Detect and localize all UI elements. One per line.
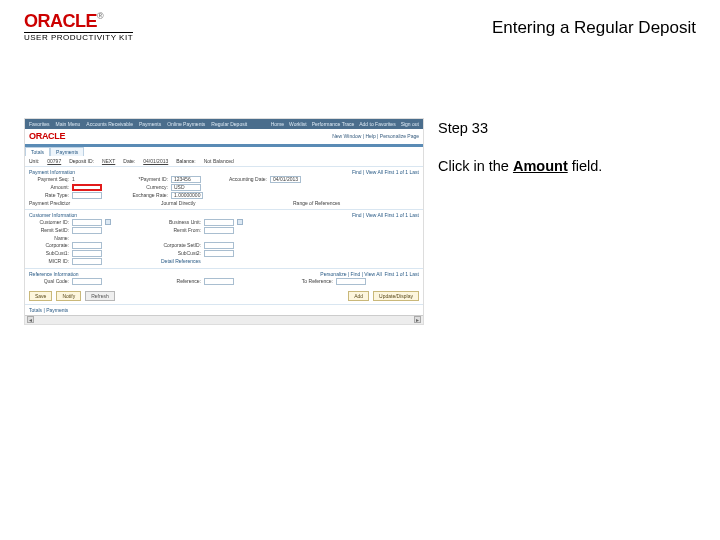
step-label: Step 33	[438, 120, 696, 136]
exchange-rate-label: Exchange Rate:	[128, 192, 168, 198]
breadcrumb-item: Regular Deposit	[211, 121, 247, 127]
footer-tabs-link[interactable]: Totals | Payments	[29, 307, 68, 313]
accounting-date-label: Accounting Date:	[227, 176, 267, 182]
save-button[interactable]: Save	[29, 291, 52, 301]
currency-input[interactable]: USD	[171, 184, 201, 191]
notify-button[interactable]: Notify	[56, 291, 81, 301]
instruction-text: Click in the Amount field.	[438, 158, 696, 174]
breadcrumb-item: Accounts Receivable	[86, 121, 133, 127]
scroll-left-icon[interactable]: ◄	[27, 316, 34, 323]
unit-label: Unit:	[29, 158, 39, 164]
instruction-field-name: Amount	[513, 158, 568, 174]
customer-name-label: Name:	[29, 235, 69, 241]
rate-type-label: Rate Type:	[29, 192, 69, 198]
deposit-id-label: Deposit ID:	[69, 158, 94, 164]
instruction-prefix: Click in the	[438, 158, 513, 174]
brand-block: ORACLE® USER PRODUCTIVITY KIT	[24, 12, 133, 42]
subcust2-input[interactable]	[204, 250, 234, 257]
detail-references-link[interactable]: Detail References	[161, 258, 201, 264]
topnav-link: Worklist	[289, 121, 307, 127]
subcust2-label: SubCust2:	[161, 250, 201, 256]
horizontal-scrollbar[interactable]: ◄ ►	[25, 315, 423, 324]
payment-id-label: *Payment ID:	[128, 176, 168, 182]
amount-label: Amount:	[29, 184, 69, 190]
page-title: Entering a Regular Deposit	[492, 12, 696, 38]
section-nav: Find | View All First 1 of 1 Last	[352, 169, 419, 175]
rate-type-input[interactable]	[72, 192, 102, 199]
balance-value: Not Balanced	[204, 158, 234, 164]
section-nav: Find | View All First 1 of 1 Last	[352, 212, 419, 218]
to-reference-label: To Reference:	[293, 278, 333, 284]
date-label: Date:	[123, 158, 135, 164]
breadcrumb-item: Main Menu	[56, 121, 81, 127]
journal-directly-checkbox[interactable]: Journal Directly	[161, 200, 195, 206]
to-reference-input[interactable]	[336, 278, 366, 285]
topnav-link: Performance Trace	[312, 121, 355, 127]
remit-setid-input[interactable]	[72, 227, 102, 234]
record-count: First 1 of 1 Last	[385, 271, 419, 277]
app-brand-row: ORACLE New Window | Help | Personalize P…	[25, 129, 423, 147]
breadcrumb-item: Favorites	[29, 121, 50, 127]
corporate-input[interactable]	[72, 242, 102, 249]
oracle-logo: ORACLE®	[24, 12, 133, 30]
scroll-right-icon[interactable]: ►	[414, 316, 421, 323]
qual-code-input[interactable]	[72, 278, 102, 285]
qual-code-label: Qual Code:	[29, 278, 69, 284]
remit-from-input[interactable]	[204, 227, 234, 234]
micr-id-label: MICR ID:	[29, 258, 69, 264]
customer-id-label: Customer ID:	[29, 219, 69, 225]
topnav-link: Sign out	[401, 121, 419, 127]
business-unit-label: Business Unit:	[161, 219, 201, 225]
customer-id-input[interactable]	[72, 219, 102, 226]
tab-strip: Totals Payments	[25, 147, 423, 156]
update-display-button[interactable]: Update/Display	[373, 291, 419, 301]
reference-label: Reference:	[161, 278, 201, 284]
instruction-panel: Step 33 Click in the Amount field.	[438, 118, 696, 325]
subcust1-input[interactable]	[72, 250, 102, 257]
corporate-label: Corporate:	[29, 242, 69, 248]
amount-input[interactable]	[72, 184, 102, 191]
payment-predictor-checkbox[interactable]: Payment Predictor	[29, 200, 70, 206]
exchange-rate-input[interactable]: 1.00000000	[171, 192, 203, 199]
add-button[interactable]: Add	[348, 291, 369, 301]
reference-information-section: Reference Information Personalize | Find…	[25, 268, 423, 288]
page-header: ORACLE® USER PRODUCTIVITY KIT Entering a…	[0, 0, 720, 48]
tab-totals[interactable]: Totals	[25, 147, 50, 156]
oracle-app-logo: ORACLE	[29, 131, 65, 142]
filter-row: Unit: 00797 Deposit ID: NEXT Date: 04/01…	[25, 156, 423, 166]
tab-payments[interactable]: Payments	[50, 147, 84, 156]
topnav-link: Add to Favorites	[359, 121, 395, 127]
balance-label: Balance:	[176, 158, 195, 164]
breadcrumb-item: Payments	[139, 121, 161, 127]
instruction-suffix: field.	[568, 158, 603, 174]
breadcrumb-item: Online Payments	[167, 121, 205, 127]
deposit-id-value: NEXT	[102, 158, 115, 164]
micr-id-input[interactable]	[72, 258, 102, 265]
lookup-icon[interactable]	[237, 219, 243, 225]
product-subtitle: USER PRODUCTIVITY KIT	[24, 32, 133, 42]
payment-information-section: Payment Information Find | View All Firs…	[25, 166, 423, 209]
subcust1-label: SubCust1:	[29, 250, 69, 256]
content-area: Favorites Main Menu Accounts Receivable …	[0, 48, 720, 325]
corporate-setid-input[interactable]	[204, 242, 234, 249]
currency-label: Currency:	[128, 184, 168, 190]
section-title: Customer Information	[29, 212, 77, 218]
business-unit-input[interactable]	[204, 219, 234, 226]
section-title: Reference Information	[29, 271, 78, 277]
unit-value: 00797	[47, 158, 61, 164]
corporate-setid-label: Corporate SetID:	[161, 242, 201, 248]
accounting-date-input[interactable]: 04/01/2013	[270, 176, 301, 183]
customer-information-section: Customer Information Find | View All Fir…	[25, 209, 423, 268]
payment-id-input[interactable]: 123456	[171, 176, 201, 183]
reference-input[interactable]	[204, 278, 234, 285]
range-references-checkbox[interactable]: Range of References	[293, 200, 340, 206]
personalize-link[interactable]: Personalize | Find | View All	[320, 271, 381, 277]
lookup-icon[interactable]	[105, 219, 111, 225]
section-title: Payment Information	[29, 169, 75, 175]
refresh-button[interactable]: Refresh	[85, 291, 115, 301]
breadcrumb-bar: Favorites Main Menu Accounts Receivable …	[25, 119, 423, 129]
topnav-link: Home	[271, 121, 284, 127]
payment-seq-value: 1	[72, 176, 75, 182]
remit-setid-label: Remit SetID:	[29, 227, 69, 233]
payment-seq-label: Payment Seq:	[29, 176, 69, 182]
